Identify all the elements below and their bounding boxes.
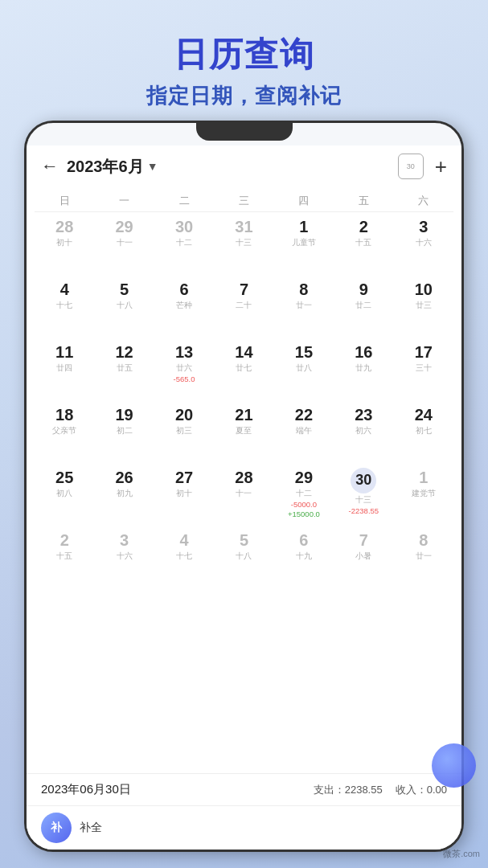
calendar-day-cell[interactable]: 18父亲节	[35, 400, 94, 463]
calendar-day-cell[interactable]: 2十五	[334, 212, 393, 275]
calendar-day-cell[interactable]: 2十五	[35, 526, 94, 588]
day-number: 19	[116, 405, 133, 424]
calendar-day-cell[interactable]: 8廿一	[394, 526, 453, 588]
day-number: 4	[180, 530, 189, 550]
calendar-day-cell[interactable]: 14廿七	[214, 338, 273, 400]
day-number: 21	[235, 405, 252, 424]
weekday-header: 日一二三四五六	[35, 187, 453, 212]
day-number: 24	[415, 405, 433, 424]
amount-positive: +15000.0	[288, 510, 320, 518]
lunar-label: 十八	[236, 551, 252, 562]
calendar-day-cell[interactable]: 5十八	[94, 275, 154, 338]
calendar-day-cell[interactable]: 29十二-5000.0+15000.0	[274, 463, 334, 526]
day-number: 1	[419, 468, 428, 487]
calendar-day-cell[interactable]: 27初十	[154, 463, 214, 526]
lunar-label: 十八	[117, 300, 133, 311]
selected-date: 2023年06月30日	[41, 782, 131, 797]
calendar-day-cell[interactable]: 24初七	[394, 400, 453, 463]
calendar-day-cell[interactable]: 30十三-2238.55	[334, 463, 393, 526]
avatar: 补	[41, 813, 72, 843]
calendar-day-cell[interactable]: 8廿一	[274, 275, 334, 338]
lunar-label: 儿童节	[292, 237, 316, 248]
day-number: 20	[175, 405, 193, 424]
day-number: 5	[120, 280, 129, 299]
calendar-day-cell[interactable]: 10廿三	[394, 275, 453, 338]
dropdown-arrow-icon: ▼	[147, 160, 158, 173]
calendar-day-cell[interactable]: 16廿九	[334, 338, 393, 400]
day-number: 29	[116, 217, 133, 236]
calendar-day-cell[interactable]: 6芒种	[154, 275, 214, 338]
bottom-info-bar: 2023年06月30日 支出：2238.55 收入：0.00	[27, 773, 461, 805]
lunar-label: 初三	[176, 425, 192, 436]
lunar-label: 初十	[176, 488, 192, 499]
calendar-day-cell[interactable]: 26初九	[94, 463, 154, 526]
bottom-row: 补 补全	[27, 805, 461, 850]
lunar-label: 十五	[56, 551, 72, 562]
amount-negative: -5000.0	[291, 500, 317, 509]
calendar-day-cell[interactable]: 31十三	[214, 212, 273, 275]
lunar-label: 廿一	[296, 300, 312, 311]
lunar-label: 十六	[416, 237, 432, 248]
calendar-day-cell[interactable]: 1建党节	[394, 463, 453, 526]
calendar-day-cell[interactable]: 1儿童节	[274, 212, 334, 275]
day-number: 1	[299, 217, 308, 236]
calendar-area: 日一二三四五六 28初十29十一30十二31十三1儿童节2十五3十六4十七5十八…	[27, 187, 461, 773]
calendar-day-cell[interactable]: 20初三	[154, 400, 214, 463]
day-number: 3	[120, 530, 129, 550]
lunar-label: 廿七	[236, 362, 252, 374]
calendar-day-cell[interactable]: 30十二	[154, 212, 214, 275]
calendar-day-cell[interactable]: 4十七	[35, 275, 94, 338]
day-number: 9	[359, 280, 368, 299]
day-number: 6	[299, 530, 308, 550]
day-number: 28	[235, 468, 252, 487]
day-number: 15	[295, 342, 313, 362]
weekday-label: 日	[35, 194, 94, 208]
calendar-day-cell[interactable]: 28十一	[214, 463, 273, 526]
lunar-label: 三十	[416, 362, 432, 374]
calendar-day-cell[interactable]: 25初八	[35, 463, 94, 526]
lunar-label: 芒种	[176, 300, 192, 311]
calendar-day-cell[interactable]: 29十一	[94, 212, 154, 275]
calendar-today-button[interactable]: 30	[398, 154, 424, 179]
calendar-day-cell[interactable]: 9廿二	[334, 275, 393, 338]
calendar-day-cell[interactable]: 7二十	[214, 275, 273, 338]
weekday-label: 一	[94, 194, 154, 208]
month-selector[interactable]: 2023年6月 ▼	[67, 156, 398, 178]
weekday-label: 四	[274, 194, 334, 208]
calendar-day-cell[interactable]: 28初十	[35, 212, 94, 275]
calendar-day-cell[interactable]: 22端午	[274, 400, 334, 463]
day-number: 11	[55, 342, 73, 362]
calendar-day-cell[interactable]: 12廿五	[94, 338, 154, 400]
expense-label: 支出：	[314, 784, 345, 796]
calendar-day-cell[interactable]: 3十六	[94, 526, 154, 588]
day-number: 8	[419, 530, 428, 550]
lunar-label: 十九	[296, 551, 312, 562]
calendar-day-cell[interactable]: 13廿六-565.0	[154, 338, 214, 400]
calendar-day-cell[interactable]: 6十九	[274, 526, 334, 588]
calendar-day-cell[interactable]: 7小暑	[334, 526, 393, 588]
day-number: 2	[359, 217, 368, 236]
phone-wrapper: ← 2023年6月 ▼ 30 + 日一二三四五六	[24, 121, 464, 852]
calendar-day-cell[interactable]: 23初六	[334, 400, 393, 463]
lunar-label: 十七	[56, 300, 72, 311]
calendar-day-cell[interactable]: 5十八	[214, 526, 273, 588]
calendar-day-cell[interactable]: 19初二	[94, 400, 154, 463]
expense-display: 支出：2238.55	[314, 783, 383, 797]
calendar-day-cell[interactable]: 15廿八	[274, 338, 334, 400]
day-number: 6	[180, 280, 189, 299]
calendar-day-cell[interactable]: 17三十	[394, 338, 453, 400]
lunar-label: 廿四	[56, 362, 72, 374]
calendar-day-cell[interactable]: 4十七	[154, 526, 214, 588]
calendar-day-cell[interactable]: 3十六	[394, 212, 453, 275]
phone-notch	[196, 123, 293, 141]
back-button[interactable]: ←	[41, 156, 59, 177]
calendar-day-cell[interactable]: 21夏至	[214, 400, 273, 463]
lunar-label: 廿五	[117, 362, 133, 374]
add-entry-button[interactable]: +	[435, 154, 447, 179]
day-number: 13	[175, 342, 193, 362]
lunar-label: 廿三	[416, 300, 432, 311]
calendar-day-cell[interactable]: 11廿四	[35, 338, 94, 400]
weekday-label: 二	[154, 194, 214, 208]
lunar-label: 端午	[296, 425, 312, 436]
calendar-icon-top: 30	[407, 163, 415, 170]
